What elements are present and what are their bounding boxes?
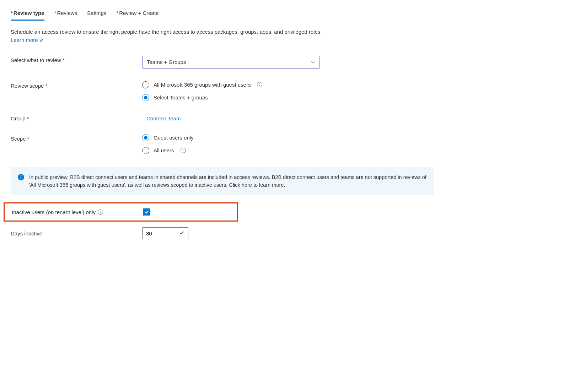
inactive-users-checkbox[interactable] bbox=[143, 208, 150, 216]
radio-select-teams-groups[interactable]: Select Teams + groups bbox=[142, 94, 574, 101]
learn-more-label: Learn more bbox=[11, 37, 38, 43]
row-scope: Scope* Guest users only All users i bbox=[11, 134, 574, 154]
scope-radio-group: Guest users only All users i bbox=[142, 134, 574, 154]
learn-more-link[interactable]: Learn more bbox=[11, 37, 44, 43]
info-icon: i bbox=[18, 174, 24, 180]
row-group: Group* Contoso Team bbox=[11, 114, 574, 121]
info-icon[interactable]: i bbox=[98, 209, 103, 215]
required-star: * bbox=[45, 83, 47, 89]
radio-label: Guest users only bbox=[154, 135, 194, 141]
row-select-what-to-review: Select what to review* Teams + Groups bbox=[11, 56, 574, 69]
tabs-bar: *Review type *Reviews Settings *Review +… bbox=[11, 7, 574, 21]
review-scope-radio-group: All Microsoft 365 groups with guest user… bbox=[142, 81, 574, 101]
label-text: Review scope bbox=[11, 83, 44, 89]
tab-review-create[interactable]: *Review + Create bbox=[116, 7, 159, 21]
tab-label: Review type bbox=[14, 10, 44, 16]
label-days-inactive: Days inactive bbox=[11, 230, 142, 236]
tab-label: Review + Create bbox=[119, 10, 159, 16]
radio-label: All Microsoft 365 groups with guest user… bbox=[154, 82, 251, 88]
required-star: * bbox=[27, 115, 29, 121]
checkmark-icon bbox=[179, 230, 184, 237]
radio-icon bbox=[142, 81, 149, 88]
radio-icon bbox=[142, 147, 149, 154]
required-star: * bbox=[63, 57, 65, 63]
days-inactive-input-wrap bbox=[142, 227, 188, 239]
label-select-what-to-review: Select what to review* bbox=[11, 56, 142, 63]
label-text: Select what to review bbox=[11, 57, 61, 63]
radio-label: Select Teams + groups bbox=[154, 94, 208, 100]
required-indicator: * bbox=[116, 10, 118, 16]
days-inactive-input[interactable] bbox=[146, 230, 164, 236]
info-icon[interactable]: i bbox=[181, 148, 186, 153]
required-indicator: * bbox=[54, 10, 57, 16]
radio-all-users[interactable]: All users i bbox=[142, 147, 574, 154]
external-link-icon bbox=[39, 38, 44, 42]
required-indicator: * bbox=[11, 10, 13, 16]
page-description: Schedule an access review to ensure the … bbox=[11, 28, 574, 36]
tab-reviews[interactable]: *Reviews bbox=[54, 7, 77, 21]
tab-label: Settings bbox=[87, 10, 106, 16]
radio-all-m365-groups[interactable]: All Microsoft 365 groups with guest user… bbox=[142, 81, 574, 88]
tab-review-type[interactable]: *Review type bbox=[11, 7, 44, 21]
tab-label: Reviews bbox=[57, 10, 77, 16]
radio-icon bbox=[142, 94, 149, 101]
group-link[interactable]: Contoso Team bbox=[146, 114, 181, 121]
radio-label: All users bbox=[154, 147, 174, 153]
radio-guest-users-only[interactable]: Guest users only bbox=[142, 134, 574, 141]
label-inactive-users: Inactive users (on tenant level) only i bbox=[12, 209, 143, 215]
label-scope: Scope* bbox=[11, 134, 142, 142]
label-review-scope: Review scope* bbox=[11, 81, 142, 89]
required-star: * bbox=[27, 136, 29, 142]
inactive-users-highlight: Inactive users (on tenant level) only i bbox=[4, 202, 238, 222]
info-icon[interactable]: i bbox=[257, 82, 262, 87]
banner-text: In public preview, B2B direct connect us… bbox=[29, 173, 426, 189]
label-text: Scope bbox=[11, 136, 26, 142]
select-value: Teams + Groups bbox=[147, 59, 186, 65]
tab-settings[interactable]: Settings bbox=[87, 7, 106, 21]
select-what-to-review-dropdown[interactable]: Teams + Groups bbox=[142, 56, 320, 69]
row-review-scope: Review scope* All Microsoft 365 groups w… bbox=[11, 81, 574, 101]
label-text: Inactive users (on tenant level) only bbox=[12, 209, 96, 215]
label-group: Group* bbox=[11, 114, 142, 121]
radio-icon bbox=[142, 134, 149, 141]
chevron-down-icon bbox=[310, 60, 315, 65]
label-text: Group bbox=[11, 115, 26, 121]
row-days-inactive: Days inactive bbox=[11, 227, 574, 239]
preview-info-banner: i In public preview, B2B direct connect … bbox=[11, 167, 434, 196]
